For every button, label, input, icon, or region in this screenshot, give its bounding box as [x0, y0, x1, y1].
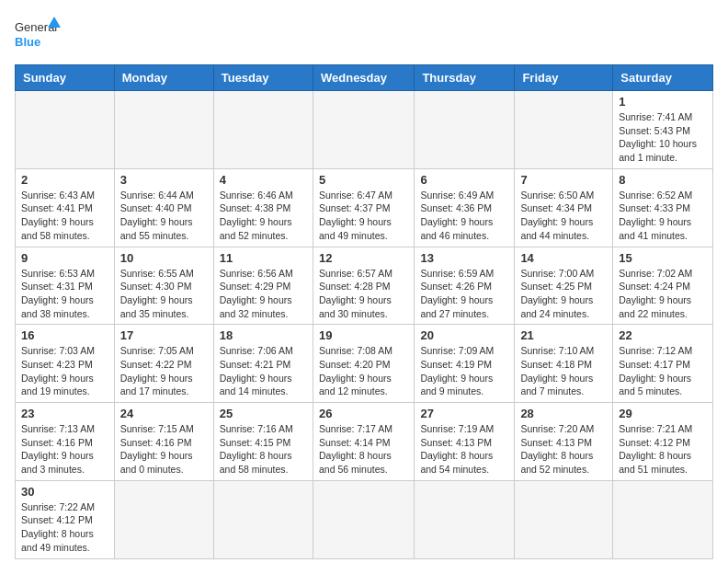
day-info: Sunrise: 6:43 AMSunset: 4:41 PMDaylight:…: [21, 189, 108, 243]
day-info: Sunrise: 7:08 AMSunset: 4:20 PMDaylight:…: [319, 344, 408, 398]
calendar-day-cell: 26Sunrise: 7:17 AMSunset: 4:14 PMDayligh…: [313, 403, 414, 481]
calendar-day-cell: 27Sunrise: 7:19 AMSunset: 4:13 PMDayligh…: [415, 403, 515, 481]
day-number: 23: [21, 407, 108, 420]
calendar-day-cell: 14Sunrise: 7:00 AMSunset: 4:25 PMDayligh…: [515, 247, 613, 325]
calendar-week-row: 30Sunrise: 7:22 AMSunset: 4:12 PMDayligh…: [16, 480, 713, 558]
day-info: Sunrise: 7:19 AMSunset: 4:13 PMDaylight:…: [420, 422, 508, 477]
day-number: 21: [520, 328, 607, 342]
day-number: 12: [319, 251, 408, 265]
calendar-day-cell: [213, 480, 313, 558]
day-info: Sunrise: 7:10 AMSunset: 4:18 PMDaylight:…: [520, 344, 607, 398]
day-number: 2: [21, 173, 108, 187]
day-number: 28: [520, 407, 607, 420]
day-number: 19: [319, 328, 408, 342]
day-number: 18: [220, 328, 307, 342]
weekday-header-wednesday: Wednesday: [313, 65, 414, 91]
calendar-day-cell: [114, 91, 213, 169]
day-info: Sunrise: 7:03 AMSunset: 4:23 PMDaylight:…: [21, 344, 108, 398]
calendar-day-cell: 19Sunrise: 7:08 AMSunset: 4:20 PMDayligh…: [313, 325, 414, 403]
calendar-day-cell: 1Sunrise: 7:41 AMSunset: 5:43 PMDaylight…: [613, 91, 713, 169]
day-info: Sunrise: 6:53 AMSunset: 4:31 PMDaylight:…: [21, 267, 108, 321]
day-number: 13: [420, 251, 508, 265]
calendar-day-cell: 30Sunrise: 7:22 AMSunset: 4:12 PMDayligh…: [16, 480, 115, 558]
weekday-header-sunday: Sunday: [16, 65, 115, 91]
weekday-header-friday: Friday: [515, 65, 613, 91]
day-number: 8: [619, 173, 707, 187]
calendar-day-cell: 18Sunrise: 7:06 AMSunset: 4:21 PMDayligh…: [213, 325, 313, 403]
day-info: Sunrise: 7:16 AMSunset: 4:15 PMDaylight:…: [220, 422, 307, 477]
calendar-day-cell: 24Sunrise: 7:15 AMSunset: 4:16 PMDayligh…: [114, 403, 213, 481]
day-info: Sunrise: 7:12 AMSunset: 4:17 PMDaylight:…: [619, 344, 707, 398]
calendar-day-cell: 25Sunrise: 7:16 AMSunset: 4:15 PMDayligh…: [213, 403, 313, 481]
calendar-day-cell: 12Sunrise: 6:57 AMSunset: 4:28 PMDayligh…: [313, 247, 414, 325]
weekday-header-thursday: Thursday: [415, 65, 515, 91]
day-number: 25: [220, 407, 307, 420]
weekday-header-monday: Monday: [114, 65, 213, 91]
day-number: 7: [520, 173, 607, 187]
day-number: 1: [619, 95, 707, 109]
calendar-day-cell: [16, 91, 115, 169]
calendar-day-cell: 22Sunrise: 7:12 AMSunset: 4:17 PMDayligh…: [613, 325, 713, 403]
calendar-day-cell: 2Sunrise: 6:43 AMSunset: 4:41 PMDaylight…: [16, 168, 115, 247]
day-info: Sunrise: 7:20 AMSunset: 4:13 PMDaylight:…: [520, 422, 607, 477]
calendar-day-cell: 10Sunrise: 6:55 AMSunset: 4:30 PMDayligh…: [114, 247, 213, 325]
calendar-table: SundayMondayTuesdayWednesdayThursdayFrid…: [15, 64, 713, 559]
calendar-day-cell: [515, 91, 613, 169]
calendar-day-cell: 8Sunrise: 6:52 AMSunset: 4:33 PMDaylight…: [613, 168, 713, 247]
calendar-day-cell: [613, 480, 713, 558]
day-number: 10: [120, 251, 208, 265]
calendar-day-cell: [114, 480, 213, 558]
calendar-week-row: 1Sunrise: 7:41 AMSunset: 5:43 PMDaylight…: [16, 91, 713, 169]
day-number: 5: [319, 173, 408, 187]
page-header: General Blue: [15, 15, 713, 53]
day-number: 16: [21, 328, 108, 342]
day-number: 17: [120, 328, 208, 342]
calendar-week-row: 23Sunrise: 7:13 AMSunset: 4:16 PMDayligh…: [16, 403, 713, 481]
calendar-header-row: SundayMondayTuesdayWednesdayThursdayFrid…: [16, 65, 713, 91]
calendar-day-cell: 28Sunrise: 7:20 AMSunset: 4:13 PMDayligh…: [515, 403, 613, 481]
day-info: Sunrise: 6:57 AMSunset: 4:28 PMDaylight:…: [319, 267, 408, 321]
calendar-day-cell: 23Sunrise: 7:13 AMSunset: 4:16 PMDayligh…: [16, 403, 115, 481]
calendar-day-cell: [515, 480, 613, 558]
day-info: Sunrise: 6:55 AMSunset: 4:30 PMDaylight:…: [120, 267, 208, 321]
day-number: 9: [21, 251, 108, 265]
day-number: 24: [120, 407, 208, 420]
calendar-day-cell: 20Sunrise: 7:09 AMSunset: 4:19 PMDayligh…: [415, 325, 515, 403]
calendar-week-row: 2Sunrise: 6:43 AMSunset: 4:41 PMDaylight…: [16, 168, 713, 247]
day-info: Sunrise: 6:50 AMSunset: 4:34 PMDaylight:…: [520, 189, 607, 243]
logo: General Blue: [15, 15, 61, 53]
day-info: Sunrise: 6:44 AMSunset: 4:40 PMDaylight:…: [120, 189, 208, 243]
calendar-day-cell: 7Sunrise: 6:50 AMSunset: 4:34 PMDaylight…: [515, 168, 613, 247]
day-info: Sunrise: 7:06 AMSunset: 4:21 PMDaylight:…: [220, 344, 307, 398]
day-number: 27: [420, 407, 508, 420]
weekday-header-saturday: Saturday: [613, 65, 713, 91]
calendar-day-cell: 6Sunrise: 6:49 AMSunset: 4:36 PMDaylight…: [415, 168, 515, 247]
day-info: Sunrise: 7:13 AMSunset: 4:16 PMDaylight:…: [21, 422, 108, 477]
weekday-header-tuesday: Tuesday: [213, 65, 313, 91]
day-number: 20: [420, 328, 508, 342]
calendar-week-row: 16Sunrise: 7:03 AMSunset: 4:23 PMDayligh…: [16, 325, 713, 403]
calendar-day-cell: 13Sunrise: 6:59 AMSunset: 4:26 PMDayligh…: [415, 247, 515, 325]
generalblue-logo-icon: General Blue: [15, 15, 61, 53]
calendar-day-cell: 11Sunrise: 6:56 AMSunset: 4:29 PMDayligh…: [213, 247, 313, 325]
day-number: 30: [21, 485, 108, 499]
calendar-day-cell: 21Sunrise: 7:10 AMSunset: 4:18 PMDayligh…: [515, 325, 613, 403]
day-info: Sunrise: 7:17 AMSunset: 4:14 PMDaylight:…: [319, 422, 408, 477]
day-info: Sunrise: 7:22 AMSunset: 4:12 PMDaylight:…: [21, 500, 108, 555]
calendar-day-cell: 15Sunrise: 7:02 AMSunset: 4:24 PMDayligh…: [613, 247, 713, 325]
calendar-day-cell: 5Sunrise: 6:47 AMSunset: 4:37 PMDaylight…: [313, 168, 414, 247]
day-info: Sunrise: 6:49 AMSunset: 4:36 PMDaylight:…: [420, 189, 508, 243]
calendar-day-cell: 3Sunrise: 6:44 AMSunset: 4:40 PMDaylight…: [114, 168, 213, 247]
day-number: 6: [420, 173, 508, 187]
day-number: 3: [120, 173, 208, 187]
day-info: Sunrise: 6:46 AMSunset: 4:38 PMDaylight:…: [220, 189, 307, 243]
calendar-day-cell: 16Sunrise: 7:03 AMSunset: 4:23 PMDayligh…: [16, 325, 115, 403]
calendar-day-cell: [213, 91, 313, 169]
day-info: Sunrise: 7:15 AMSunset: 4:16 PMDaylight:…: [120, 422, 208, 477]
day-info: Sunrise: 7:02 AMSunset: 4:24 PMDaylight:…: [619, 267, 707, 321]
day-number: 4: [220, 173, 307, 187]
svg-text:Blue: Blue: [15, 35, 40, 49]
day-info: Sunrise: 7:05 AMSunset: 4:22 PMDaylight:…: [120, 344, 208, 398]
day-info: Sunrise: 7:21 AMSunset: 4:12 PMDaylight:…: [619, 422, 707, 477]
day-info: Sunrise: 6:47 AMSunset: 4:37 PMDaylight:…: [319, 189, 408, 243]
